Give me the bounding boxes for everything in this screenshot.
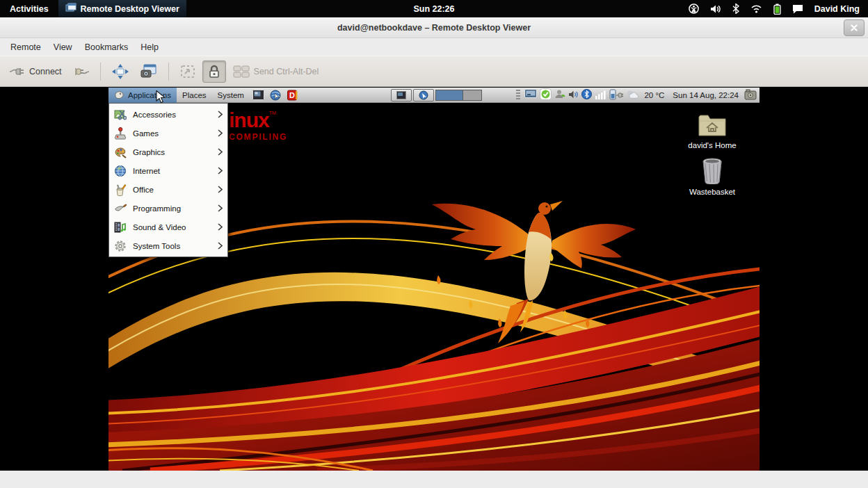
wastebasket-icon[interactable] <box>700 158 725 186</box>
red-d-launcher-icon[interactable]: D <box>287 90 298 101</box>
places-label: Places <box>182 91 207 99</box>
window-list-item-terminal[interactable] <box>391 89 412 101</box>
bluetooth-icon[interactable] <box>732 3 739 14</box>
menu-item-label: Programming <box>133 204 181 213</box>
graphics-icon <box>114 146 127 158</box>
svg-text:D: D <box>289 91 295 99</box>
window-toolbar: Connect Send Ctrl-Alt-Del <box>0 56 868 87</box>
submenu-arrow-icon <box>218 148 223 156</box>
system-tools-icon <box>114 240 127 252</box>
bluetooth-tray-icon[interactable] <box>581 89 592 101</box>
menu-item-office[interactable]: Office <box>110 180 227 199</box>
menu-item-label: Sound & Video <box>133 223 186 231</box>
remote-menu-places[interactable]: Places <box>177 88 212 103</box>
disconnect-button[interactable] <box>69 62 94 81</box>
menu-item-label: System Tools <box>133 242 180 250</box>
remote-menu-system[interactable]: System <box>212 88 250 103</box>
send-ctrl-alt-del-button[interactable]: Send Ctrl-Alt-Del <box>228 62 324 81</box>
logo-subtext: COMPILING <box>229 133 287 141</box>
submenu-arrow-icon <box>218 129 223 137</box>
remote-screen[interactable]: Applications Places System D <box>108 88 760 471</box>
menu-item-label: Games <box>133 129 159 138</box>
keyboard-icon <box>233 65 250 78</box>
menu-help[interactable]: Help <box>134 42 165 52</box>
im-status-tray-icon[interactable] <box>554 89 565 101</box>
window-menubar: Remote View Bookmarks Help <box>0 38 868 56</box>
panel-screenshot-icon[interactable] <box>744 89 757 101</box>
toolbar-separator <box>168 63 169 81</box>
mouse-cursor <box>156 90 167 107</box>
programming-icon <box>114 202 127 215</box>
menu-bookmarks[interactable]: Bookmarks <box>79 42 135 52</box>
connect-icon <box>10 65 25 78</box>
tray-handle[interactable] <box>516 90 520 101</box>
close-button[interactable] <box>844 19 865 36</box>
temperature-label[interactable]: 20 °C <box>641 91 667 99</box>
status-area: David King <box>689 3 868 15</box>
menu-item-sound-video[interactable]: Sound & Video <box>110 218 227 236</box>
close-icon <box>851 24 858 31</box>
workspace-switcher-inactive[interactable] <box>463 90 482 101</box>
user-name[interactable]: David King <box>814 4 860 14</box>
battery-plug-tray-icon[interactable] <box>609 89 623 101</box>
menu-item-graphics[interactable]: Graphics <box>110 143 227 161</box>
menu-item-label: Internet <box>133 167 160 175</box>
sound-video-icon <box>114 221 127 234</box>
activities-button[interactable]: Activities <box>0 0 58 17</box>
system-tray: 20 °C Sun 14 Aug, 22:24 <box>516 88 760 101</box>
connect-button[interactable]: Connect <box>5 62 67 81</box>
home-folder-label[interactable]: david's Home <box>688 141 736 149</box>
wastebasket-label[interactable]: Wastebasket <box>689 188 735 196</box>
screenshot-button[interactable] <box>136 60 162 83</box>
scaling-button[interactable] <box>175 61 200 82</box>
remote-desktop-viewer-icon <box>65 3 77 15</box>
fuduntu-logo-icon <box>114 90 124 99</box>
clock[interactable]: Sun 22:26 <box>413 4 454 14</box>
chat-icon[interactable] <box>792 4 803 14</box>
gnome-top-bar: Activities Remote Desktop Viewer Sun 22:… <box>0 0 868 17</box>
signal-strength-tray-icon[interactable] <box>595 90 606 101</box>
panel-clock[interactable]: Sun 14 Aug, 22:24 <box>670 91 741 99</box>
submenu-arrow-icon <box>218 186 223 193</box>
window-titlebar[interactable]: david@netbookdave – Remote Desktop Viewe… <box>0 17 868 38</box>
accessories-icon <box>114 108 127 121</box>
workspace-switcher-active[interactable] <box>435 90 463 101</box>
volume-tray-icon[interactable] <box>568 90 579 101</box>
wifi-icon[interactable] <box>750 4 762 13</box>
updates-ok-tray-icon[interactable] <box>540 88 552 101</box>
connect-label: Connect <box>29 67 62 76</box>
logo-text: inux <box>229 108 269 131</box>
submenu-arrow-icon <box>218 167 223 174</box>
browser-launcher-icon[interactable] <box>270 90 282 101</box>
menu-view[interactable]: View <box>47 42 79 52</box>
desktop-icons: david's Home Wastebasket <box>668 113 756 204</box>
home-folder-icon[interactable] <box>698 113 727 139</box>
games-icon <box>114 127 127 140</box>
applications-menu: Accessories Games Graphics Internet <box>108 103 228 257</box>
volume-icon[interactable] <box>710 4 721 14</box>
toolbar-separator <box>100 63 101 81</box>
menu-item-accessories[interactable]: Accessories <box>110 105 227 124</box>
menu-item-system-tools[interactable]: System Tools <box>110 236 227 255</box>
fullscreen-button[interactable] <box>107 60 134 83</box>
menu-item-internet[interactable]: Internet <box>110 161 227 180</box>
focused-app-name: Remote Desktop Viewer <box>81 4 179 14</box>
disconnect-icon <box>74 65 89 78</box>
submenu-arrow-icon <box>218 204 223 212</box>
window-list-item-browser[interactable] <box>413 89 434 101</box>
display-tray-icon[interactable] <box>524 89 537 101</box>
logo-trademark: TM <box>269 111 276 115</box>
battery-icon[interactable] <box>773 3 781 15</box>
screenshot-launcher-icon[interactable] <box>252 90 264 100</box>
remote-viewport[interactable]: Applications Places System D <box>0 87 868 471</box>
focused-app-button[interactable]: Remote Desktop Viewer <box>58 0 186 17</box>
menu-item-label: Graphics <box>133 148 165 156</box>
submenu-arrow-icon <box>218 242 223 250</box>
menu-item-games[interactable]: Games <box>110 124 227 143</box>
weather-tray-icon[interactable] <box>626 90 638 101</box>
menu-remote[interactable]: Remote <box>4 42 47 52</box>
readonly-lock-button[interactable] <box>202 60 226 83</box>
accessibility-icon[interactable] <box>689 3 699 14</box>
submenu-arrow-icon <box>218 111 223 118</box>
menu-item-programming[interactable]: Programming <box>110 199 227 218</box>
